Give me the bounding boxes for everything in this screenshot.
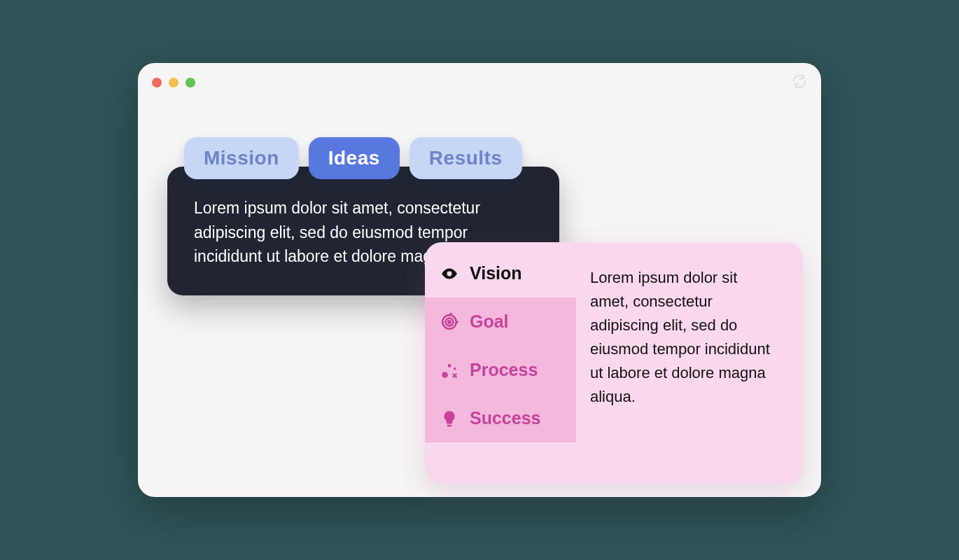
svg-point-0 (447, 271, 452, 276)
close-window-button[interactable] (152, 78, 162, 88)
nodes-icon (440, 361, 458, 379)
vtab-vision[interactable]: Vision (425, 249, 576, 298)
vtab-label: Process (470, 360, 538, 380)
titlebar (138, 63, 821, 102)
pink-card-text: Lorem ipsum dolor sit amet, consectetur … (590, 269, 770, 405)
tab-label: Ideas (328, 147, 380, 169)
svg-point-3 (448, 321, 450, 323)
svg-point-5 (448, 364, 451, 368)
vtab-label: Vision (470, 263, 522, 284)
svg-point-4 (442, 372, 448, 378)
bulb-icon (440, 410, 458, 428)
tab-mission[interactable]: Mission (184, 137, 299, 179)
eye-icon (440, 265, 458, 283)
pink-tabbed-card: Vision Goal Process (425, 242, 803, 484)
tab-results[interactable]: Results (410, 137, 522, 179)
maximize-window-button[interactable] (186, 78, 195, 88)
tab-label: Results (429, 147, 503, 169)
svg-rect-7 (447, 424, 452, 426)
traffic-lights (152, 78, 195, 88)
vtab-label: Goal (470, 312, 509, 332)
vtab-label: Success (470, 408, 540, 428)
tab-label: Mission (204, 147, 279, 169)
pink-card-body: Lorem ipsum dolor sit amet, consectetur … (576, 242, 803, 484)
svg-point-6 (454, 368, 456, 370)
pink-vtabs: Vision Goal Process (425, 242, 576, 484)
vtab-process[interactable]: Process (425, 346, 576, 394)
dark-tabs: Mission Ideas Results (167, 137, 559, 179)
minimize-window-button[interactable] (169, 78, 178, 88)
vtab-success[interactable]: Success (425, 394, 576, 442)
refresh-icon[interactable] (792, 74, 807, 92)
target-icon (440, 313, 458, 331)
app-window: Mission Ideas Results Lorem ipsum dolor … (138, 63, 821, 497)
tab-ideas[interactable]: Ideas (309, 137, 400, 179)
vtab-goal[interactable]: Goal (425, 298, 576, 346)
stage: Mission Ideas Results Lorem ipsum dolor … (138, 102, 821, 497)
